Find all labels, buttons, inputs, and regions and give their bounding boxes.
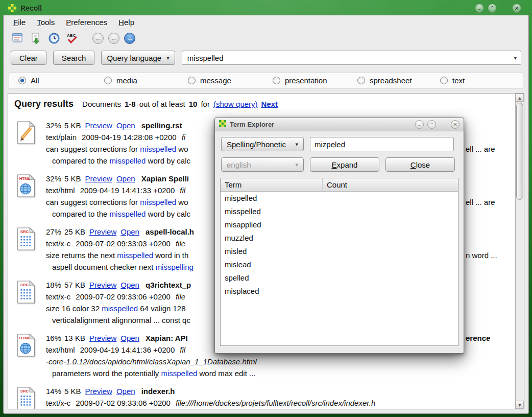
query-language-dropdown[interactable]: Query language ▾	[101, 51, 175, 65]
search-input[interactable]	[186, 53, 514, 63]
dialog-close-button[interactable]: ✕	[451, 120, 460, 129]
term-row[interactable]: mislead	[221, 258, 458, 271]
snippet-segment: size 16 color 32	[46, 304, 102, 313]
menu-item-tools[interactable]: Tools	[32, 16, 59, 28]
filter-all[interactable]: All	[18, 76, 39, 85]
snippet-right-fragment: ell ... are	[466, 196, 495, 208]
result-mimetype: text/html	[46, 345, 75, 354]
svg-text:HTML: HTML	[19, 176, 31, 181]
term-row[interactable]: mispelled	[221, 192, 458, 205]
result-title-fragment: erence	[466, 332, 490, 344]
expansion-mode-dropdown[interactable]: Spelling/Phonetic ▾	[221, 137, 304, 151]
open-link[interactable]: Open	[120, 281, 139, 289]
filter-presentation[interactable]: presentation	[273, 76, 327, 85]
scroll-up-icon[interactable]: ▲	[516, 94, 524, 102]
snippet-segment: misspelled	[110, 210, 146, 218]
preview-link[interactable]: Preview	[89, 334, 116, 342]
term-row[interactable]: misplaced	[221, 285, 458, 298]
preview-link[interactable]: Preview	[89, 227, 116, 236]
radio-icon	[18, 77, 26, 84]
document-save-icon[interactable]	[29, 32, 42, 45]
show-query-link[interactable]: (show query)	[213, 100, 258, 108]
menu-item-preferences[interactable]: Preferences	[61, 16, 112, 28]
result-size: 13 KB	[64, 334, 85, 342]
window-close-button[interactable]: ✕	[512, 4, 521, 13]
snippet-segment: wo	[176, 145, 188, 153]
results-range: 1-8	[125, 100, 136, 108]
restore-button[interactable]: ⌃	[488, 4, 497, 13]
clear-button[interactable]: Clear	[11, 51, 46, 65]
preview-link[interactable]: Preview	[89, 281, 116, 289]
result-date: 2009-07-02 09:33:06 +0200	[76, 399, 171, 407]
history-clock-icon[interactable]	[47, 32, 61, 45]
result-text: 14%5 KBPreviewOpenindexer.htext/x-c2009-…	[46, 385, 513, 409]
spellcheck-icon[interactable]: ABC	[66, 32, 79, 45]
open-link[interactable]: Open	[120, 334, 139, 342]
result-score: 14%	[46, 387, 61, 396]
search-row: Clear Search Query language ▾ ▾	[11, 50, 521, 65]
term-row[interactable]: muzzled	[221, 231, 458, 245]
term-row[interactable]: misspelled	[221, 205, 458, 218]
open-link[interactable]: Open	[116, 121, 135, 130]
document-edit-icon[interactable]	[11, 32, 24, 45]
term-row[interactable]: misapplied	[221, 218, 458, 231]
result-mimetype: text/x-c	[46, 399, 70, 407]
result-snippet: parameters word the potentially misspell…	[46, 367, 513, 379]
search-combobox[interactable]: ▾	[182, 51, 521, 65]
term-column-header[interactable]: Term	[221, 178, 323, 191]
next-page-button[interactable]: →	[124, 33, 135, 44]
result-url: fi	[182, 133, 186, 142]
snippet-segment: word by calc	[146, 156, 190, 165]
term-input[interactable]	[310, 137, 454, 151]
dialog-restore-button[interactable]: ⌃	[427, 120, 436, 129]
language-label: english	[227, 160, 251, 169]
src-file-icon: SRC	[14, 226, 46, 279]
search-button[interactable]: Search	[53, 51, 95, 65]
prev-page-button[interactable]: ←	[108, 33, 119, 44]
filter-label: text	[452, 76, 465, 85]
result-size: 5 KB	[64, 387, 81, 396]
snippet-segment: verticalalignment alignnormal ... const …	[52, 316, 190, 325]
scrollbar-thumb[interactable]	[516, 103, 523, 200]
open-link[interactable]: Open	[116, 174, 135, 183]
filter-message[interactable]: message	[188, 76, 231, 85]
result-title: Xapian: API	[146, 334, 188, 342]
snippet-segment: wo	[176, 198, 188, 206]
snippet-right-fragment: n word ...	[466, 249, 497, 261]
count-column-header[interactable]: Count	[323, 180, 458, 189]
expand-button[interactable]: Expand	[310, 157, 379, 172]
result-date: 2009-04-19 14:41:36 +0200	[80, 345, 175, 354]
snippet-segment: -core-1.0.12/docs/apidoc/html/classXapia…	[46, 357, 257, 366]
close-button[interactable]: Close	[385, 157, 455, 172]
result-score: 18%	[46, 281, 61, 289]
menu-item-file[interactable]: File	[9, 16, 30, 28]
next-page-link[interactable]: Next	[261, 100, 278, 108]
chevron-down-icon[interactable]: ▾	[514, 55, 517, 61]
open-link[interactable]: Open	[116, 387, 135, 396]
result-score: 32%	[46, 121, 61, 130]
menu-item-help[interactable]: Help	[114, 16, 139, 28]
result-title: aspell-local.h	[146, 227, 194, 236]
dialog-titlebar[interactable]: Term Explorer ⌄ ⌃ ✕	[215, 118, 464, 131]
filter-spreadsheet[interactable]: spreadsheet	[357, 76, 412, 85]
first-page-button[interactable]: ←	[92, 33, 104, 44]
query-language-label: Query language	[107, 54, 161, 62]
result-size: 5 KB	[64, 121, 81, 130]
results-scrollbar[interactable]: ▲ ▼	[515, 94, 524, 409]
scroll-down-icon[interactable]: ▼	[516, 401, 524, 409]
shade-button[interactable]: ⌄	[475, 4, 484, 13]
preview-link[interactable]: Preview	[85, 387, 112, 396]
filter-bar: Allmediamessagepresentationspreadsheette…	[9, 73, 523, 89]
filter-text[interactable]: text	[440, 76, 465, 85]
expansion-mode-label: Spelling/Phonetic	[227, 140, 286, 149]
html-file-icon: HTML	[14, 173, 46, 226]
preview-link[interactable]: Preview	[85, 174, 112, 183]
term-row[interactable]: misled	[221, 245, 458, 258]
dialog-shade-button[interactable]: ⌄	[415, 120, 424, 129]
term-row[interactable]: spelled	[221, 271, 458, 285]
preview-link[interactable]: Preview	[85, 121, 112, 130]
open-link[interactable]: Open	[120, 227, 139, 236]
language-dropdown: english ▾	[221, 157, 304, 172]
result-url: file	[176, 239, 185, 248]
filter-media[interactable]: media	[104, 76, 137, 85]
